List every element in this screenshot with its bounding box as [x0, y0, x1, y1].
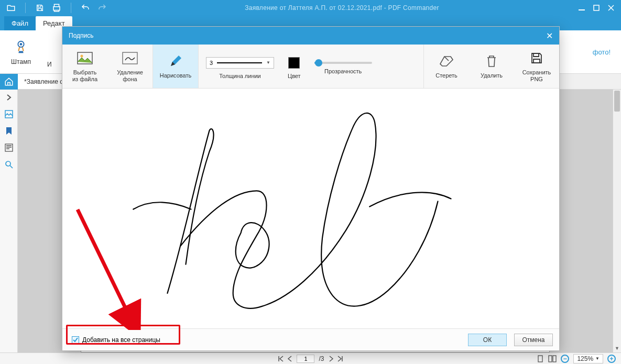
scroll-thumb[interactable] [614, 91, 620, 112]
thickness-select[interactable]: 3 ▼ [206, 57, 274, 69]
svg-point-6 [6, 161, 10, 166]
zoom-caret-icon: ▼ [595, 356, 600, 361]
cancel-button[interactable]: Отмена [514, 334, 553, 346]
svg-rect-8 [549, 356, 552, 362]
thickness-control: 3 ▼ Толщина линии [206, 45, 274, 88]
open-icon[interactable] [6, 3, 16, 13]
opacity-control: Прозрачность [314, 45, 372, 88]
first-page-icon[interactable] [278, 356, 284, 362]
eraser-icon [439, 53, 454, 69]
thickness-value: 3 [210, 60, 213, 66]
dialog-footer: Добавить на все страницы ОК Отмена [62, 328, 559, 350]
svg-point-3 [20, 43, 23, 46]
scroll-down-arrow-icon[interactable]: ▼ [613, 344, 621, 352]
tool-erase-label: Стереть [433, 72, 460, 79]
chevron-down-icon: ▼ [266, 60, 270, 65]
add-all-pages-checkbox[interactable]: Добавить на все страницы [69, 334, 164, 346]
thickness-preview-line [217, 62, 262, 63]
print-icon[interactable] [52, 3, 61, 13]
dialog-toolbar: Выбрать из файла Удаление фона Нарисоват… [62, 45, 559, 89]
chevron-right-icon[interactable] [4, 93, 14, 102]
save-png-icon [530, 50, 543, 66]
color-label: Цвет [288, 73, 301, 79]
zoom-out-button[interactable]: − [561, 355, 569, 363]
opacity-label: Прозрачность [324, 68, 362, 74]
signature-canvas[interactable] [62, 89, 559, 328]
tool-remove-bg[interactable]: Удаление фона [107, 45, 152, 88]
svg-rect-9 [553, 356, 556, 362]
tool-delete-label: Удалить [478, 72, 505, 79]
svg-rect-7 [538, 356, 542, 362]
tool-save-png[interactable]: Сохранить PNG [514, 45, 559, 88]
ok-button[interactable]: ОК [468, 334, 507, 346]
vertical-scrollbar[interactable]: ▲ ▼ [613, 90, 621, 352]
tool-remove-bg-label: Удаление фона [115, 69, 145, 82]
menu-file[interactable]: Файл [4, 16, 36, 30]
status-bar: /3 − 125% ▼ + [0, 352, 621, 364]
tool-draw[interactable]: Нарисовать [153, 45, 198, 88]
last-page-icon[interactable] [337, 356, 343, 362]
svg-point-11 [81, 54, 83, 57]
side-toolbar [0, 90, 18, 352]
tool-from-file-label: Выбрать из файла [70, 69, 100, 82]
svg-rect-1 [594, 5, 599, 10]
tool-delete[interactable]: Удалить [469, 45, 514, 88]
view-single-icon[interactable] [537, 355, 544, 362]
page-number-input[interactable] [297, 355, 314, 363]
add-all-pages-label: Добавить на все страницы [82, 336, 160, 344]
ribbon-stamp-label: Штамп [11, 59, 31, 65]
thumbnails-icon[interactable] [4, 109, 14, 119]
title-bar: Заявление от Латтеля А.П. от 02.12.2021.… [0, 0, 621, 16]
zoom-select[interactable]: 125% ▼ [573, 354, 603, 363]
undo-icon[interactable] [81, 3, 90, 13]
slider-thumb[interactable] [315, 59, 322, 67]
tool-draw-label: Нарисовать [158, 72, 193, 79]
svg-rect-5 [5, 144, 13, 151]
tool-from-file[interactable]: Выбрать из файла [62, 45, 107, 88]
redo-icon[interactable] [97, 3, 107, 13]
remove-bg-icon [122, 50, 138, 66]
signature-dialog: Подпись ✕ Выбрать из файла Удаление фона [62, 26, 560, 351]
checkbox-icon [72, 336, 79, 344]
ribbon-stamp[interactable]: Штамп [5, 38, 37, 65]
next-page-icon[interactable] [329, 356, 334, 362]
dialog-close-icon[interactable]: ✕ [546, 31, 553, 41]
svg-rect-0 [579, 9, 585, 10]
ribbon-truncated-left: И [47, 61, 52, 68]
signature-drawing [62, 89, 559, 328]
dialog-titlebar: Подпись ✕ [62, 27, 559, 45]
window-title: Заявление от Латтеля А.П. от 02.12.2021.… [107, 4, 577, 12]
pencil-icon [169, 53, 182, 69]
color-control: Цвет [288, 45, 301, 88]
page-total: /3 [319, 355, 324, 362]
stamp-icon [12, 38, 30, 57]
prev-page-icon[interactable] [287, 356, 292, 362]
form-icon[interactable] [4, 143, 14, 152]
tool-erase[interactable]: Стереть [424, 45, 469, 88]
minimize-icon[interactable] [577, 3, 586, 13]
image-icon [77, 50, 93, 66]
home-tab[interactable] [0, 74, 18, 90]
close-window-icon[interactable] [606, 3, 616, 13]
zoom-in-button[interactable]: + [607, 355, 616, 363]
trash-icon [486, 53, 497, 69]
bookmarks-icon[interactable] [4, 126, 14, 136]
search-icon[interactable] [4, 160, 14, 169]
opacity-slider[interactable] [314, 62, 372, 64]
save-icon[interactable] [35, 3, 45, 13]
thickness-label: Толщина линии [219, 73, 261, 79]
color-picker[interactable] [288, 57, 300, 69]
ribbon-truncated-right: фото! [593, 48, 611, 56]
dialog-title: Подпись [69, 32, 94, 39]
maximize-icon[interactable] [592, 3, 601, 13]
view-facing-icon[interactable] [548, 355, 557, 362]
tool-save-png-label: Сохранить PNG [520, 69, 553, 82]
zoom-value: 125% [577, 355, 593, 362]
